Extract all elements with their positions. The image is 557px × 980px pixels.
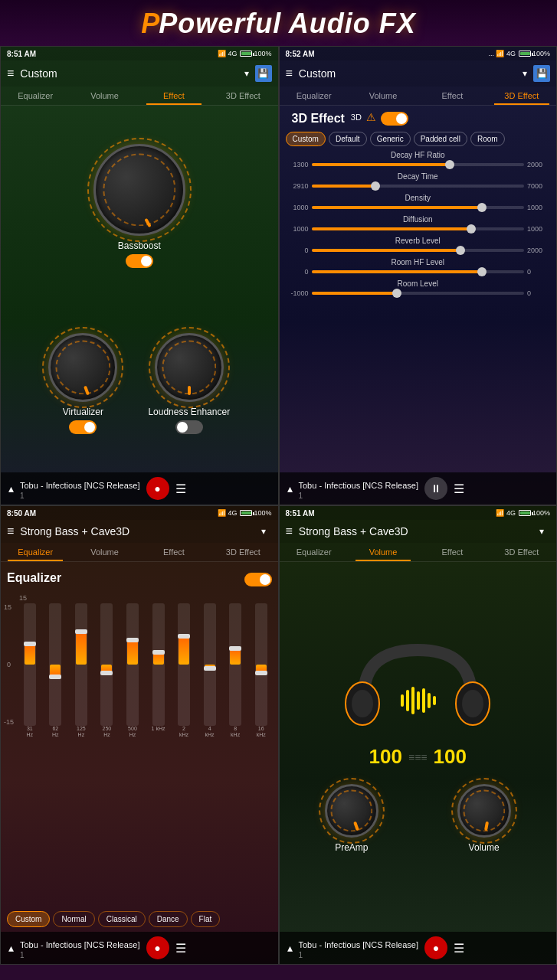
tab-3d-3[interactable]: 3D Effect <box>208 543 277 561</box>
tab-volume-2[interactable]: Volume <box>349 87 418 105</box>
player-chevron-4[interactable]: ▴ <box>287 942 293 954</box>
eq-track-2[interactable] <box>75 603 87 726</box>
player-record-btn-1[interactable]: ● <box>146 477 169 500</box>
dropdown-icon-2[interactable]: ▾ <box>523 68 527 79</box>
tab-effect-4[interactable]: Effect <box>418 543 487 561</box>
slider-track-3[interactable] <box>312 227 525 230</box>
tab-effect-3[interactable]: Effect <box>139 543 208 561</box>
eq-track-1[interactable] <box>49 603 61 726</box>
eq-track-5[interactable] <box>152 603 165 726</box>
eq-track-4[interactable] <box>126 603 139 726</box>
eq-handle-7[interactable] <box>204 666 216 671</box>
slider-thumb-3[interactable] <box>467 224 476 234</box>
player-list-3[interactable]: ☰ <box>175 941 186 956</box>
eq-preset-custom[interactable]: Custom <box>7 911 50 927</box>
tab-equalizer-2[interactable]: Equalizer <box>280 87 349 105</box>
dropdown-icon-4[interactable]: ▾ <box>539 526 544 537</box>
pause-btn-2[interactable]: ⏸ <box>424 477 447 500</box>
tab-equalizer-1[interactable]: Equalizer <box>1 87 70 105</box>
preset-padded[interactable]: Padded cell <box>414 132 467 146</box>
loudness-toggle[interactable] <box>175 420 203 434</box>
dropdown-icon-3[interactable]: ▾ <box>261 526 266 537</box>
preset-room[interactable]: Room <box>470 132 505 146</box>
eq-handle-5[interactable] <box>152 650 165 655</box>
eq-preset-normal[interactable]: Normal <box>53 911 94 927</box>
dropdown-icon-1[interactable]: ▾ <box>244 68 249 79</box>
player-list-4[interactable]: ☰ <box>454 941 464 956</box>
menu-icon-3[interactable]: ≡ <box>7 524 14 538</box>
slider-fill-4 <box>312 249 460 252</box>
slider-track-6[interactable] <box>312 292 525 295</box>
slider-thumb-5[interactable] <box>477 267 487 276</box>
menu-icon-2[interactable]: ≡ <box>286 67 293 80</box>
preset-default[interactable]: Default <box>329 132 367 146</box>
eq-track-7[interactable] <box>204 603 216 726</box>
loudness-knob[interactable] <box>155 333 224 402</box>
save-button-2[interactable]: 💾 <box>533 65 550 82</box>
eq-track-6[interactable] <box>178 603 190 726</box>
eq-preset-flat[interactable]: Flat <box>191 911 221 927</box>
lower-knobs: Virtualizer Loudness Enhancer <box>42 327 236 440</box>
screen-1: 8:51 AM 📶 4G 100% ≡ Custom ▾ 💾 Equalizer… <box>0 46 279 505</box>
eq-handle-4[interactable] <box>126 638 139 642</box>
volume-knob[interactable] <box>457 784 511 838</box>
preset-generic[interactable]: Generic <box>370 132 411 146</box>
preset-custom[interactable]: Custom <box>286 132 326 146</box>
slider-track-0[interactable] <box>312 163 525 166</box>
player-record-btn-4[interactable]: ● <box>424 936 447 959</box>
player-list-2[interactable]: ☰ <box>454 482 464 496</box>
3d-toggle[interactable] <box>381 112 408 126</box>
eq-track-8[interactable] <box>229 603 241 726</box>
player-chevron-2[interactable]: ▴ <box>287 482 293 495</box>
player-chevron-1[interactable]: ▴ <box>8 482 14 495</box>
tab-volume-3[interactable]: Volume <box>70 543 139 561</box>
tab-volume-1[interactable]: Volume <box>70 87 139 105</box>
eq-handle-0[interactable] <box>24 642 36 646</box>
bassboost-knob[interactable] <box>93 144 185 236</box>
eq-handle-2[interactable] <box>75 629 87 634</box>
eq-track-3[interactable] <box>100 603 113 726</box>
eq-handle-8[interactable] <box>229 646 241 651</box>
slider-thumb-2[interactable] <box>477 203 487 212</box>
eq-preset-dance[interactable]: Dance <box>149 911 188 927</box>
slider-group-4: Reverb Level 0 2000 <box>286 237 551 254</box>
player-chevron-3[interactable]: ▴ <box>8 942 14 954</box>
eq-handle-9[interactable] <box>255 671 267 675</box>
virtualizer-knob[interactable] <box>48 333 117 402</box>
slider-thumb-6[interactable] <box>392 289 401 298</box>
slider-thumb-1[interactable] <box>371 181 380 191</box>
menu-icon-4[interactable]: ≡ <box>286 524 293 538</box>
tab-3d-4[interactable]: 3D Effect <box>487 543 556 561</box>
battery-2 <box>519 51 531 57</box>
tab-equalizer-4[interactable]: Equalizer <box>280 543 349 561</box>
tab-3d-2[interactable]: 3D Effect <box>487 87 556 105</box>
slider-track-1[interactable] <box>312 185 525 188</box>
bassboost-toggle[interactable] <box>126 254 153 268</box>
preamp-knob[interactable] <box>325 784 378 838</box>
tab-equalizer-3[interactable]: Equalizer <box>1 543 70 561</box>
slider-track-5[interactable] <box>312 270 525 273</box>
slider-row-1: 2910 7000 <box>286 182 551 190</box>
save-button-1[interactable]: 💾 <box>255 65 272 82</box>
eq-handle-6[interactable] <box>178 634 190 639</box>
menu-icon-1[interactable]: ≡ <box>7 67 14 80</box>
slider-track-2[interactable] <box>312 206 525 209</box>
slider-thumb-0[interactable] <box>445 160 454 169</box>
eq-toggle[interactable] <box>244 573 272 586</box>
tab-volume-4[interactable]: Volume <box>349 543 418 561</box>
slider-track-4[interactable] <box>312 249 525 252</box>
eq-preset-classical[interactable]: Classical <box>98 911 146 927</box>
eq-handle-1[interactable] <box>49 675 61 679</box>
eq-track-9[interactable] <box>255 603 267 726</box>
tab-effect-2[interactable]: Effect <box>418 87 487 105</box>
tab-3d-1[interactable]: 3D Effect <box>208 87 277 105</box>
virtualizer-toggle[interactable] <box>69 420 97 434</box>
status-icons-3: 📶 4G 100% <box>218 509 272 517</box>
eq-handle-3[interactable] <box>100 671 113 675</box>
slider-thumb-4[interactable] <box>456 246 465 255</box>
player-record-btn-3[interactable]: ● <box>146 936 169 959</box>
player-list-1[interactable]: ☰ <box>175 482 186 496</box>
tab-effect-1[interactable]: Effect <box>139 87 208 105</box>
eq-track-0[interactable] <box>24 603 36 726</box>
player-info-1: Tobu - Infectious [NCS Release] 1 <box>20 478 140 500</box>
